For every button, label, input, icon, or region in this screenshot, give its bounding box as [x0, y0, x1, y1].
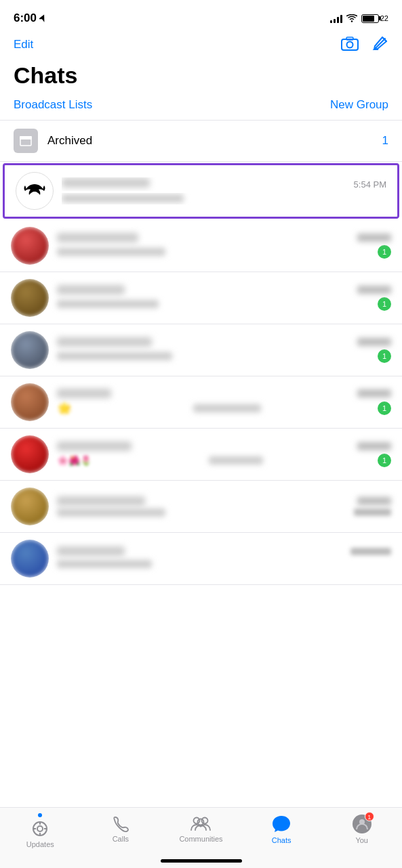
nav-label-updates: Updates: [26, 840, 54, 848]
blurred-name-6: [57, 496, 145, 506]
blurred-preview-3: [57, 352, 172, 360]
status-right-icons: 22: [330, 14, 388, 23]
updates-icon: [31, 820, 49, 838]
nav-label-communities: Communities: [179, 835, 222, 843]
svg-rect-5: [20, 136, 32, 139]
unread-badge-3: 1: [378, 349, 391, 363]
edit-button[interactable]: Edit: [14, 38, 33, 51]
time-display: 6:00: [14, 12, 37, 25]
header-actions: Edit: [0, 32, 402, 60]
status-bar: 6:00 22: [0, 0, 402, 32]
unread-badge-4: 1: [378, 402, 391, 415]
nav-item-you[interactable]: 1 You: [321, 815, 402, 844]
blurred-name-2: [57, 285, 125, 295]
compose-icon: [372, 35, 388, 51]
nav-item-chats[interactable]: Chats: [241, 815, 322, 844]
home-indicator: [161, 859, 242, 863]
batman-chat-content: 5:54 PM: [62, 177, 386, 204]
blurred-name: [62, 178, 150, 188]
chat-item-6[interactable]: [0, 481, 402, 533]
blurred-time-3: [357, 338, 391, 346]
chat-content-1: 1: [57, 233, 391, 259]
nav-item-communities[interactable]: Communities: [161, 815, 241, 843]
broadcast-lists-link[interactable]: Broadcast Lists: [14, 98, 92, 112]
avatar-7: [11, 540, 49, 578]
page-title: Chats: [0, 60, 402, 95]
chat-content-4: 🌟 1: [57, 389, 391, 416]
archive-icon: [20, 135, 32, 146]
batman-chat-preview: [62, 193, 386, 204]
chat-content-3: 1: [57, 337, 391, 363]
blurred-preview-4: [193, 404, 261, 412]
batman-name-row: 5:54 PM: [62, 177, 386, 191]
archived-icon: [14, 129, 38, 153]
location-arrow-icon: [39, 14, 46, 22]
nav-label-calls: Calls: [113, 835, 129, 843]
nav-item-updates[interactable]: Updates: [0, 815, 81, 848]
you-badge: 1: [365, 812, 374, 821]
blurred-time-2: [357, 286, 391, 294]
camera-button[interactable]: [341, 36, 359, 53]
avatar-5: [11, 435, 49, 473]
wifi-icon: [346, 14, 357, 22]
svg-point-0: [351, 20, 353, 22]
camera-icon: [341, 36, 359, 51]
chat-item-4[interactable]: 🌟 1: [0, 376, 402, 429]
battery-icon: 22: [361, 14, 388, 23]
blurred-time-1: [357, 234, 391, 242]
blurred-name-5: [57, 441, 132, 451]
avatar-6: [11, 487, 49, 525]
unread-badge-2: 1: [378, 297, 391, 311]
avatar-1: [11, 227, 49, 265]
chat-list: 1 1: [0, 220, 402, 585]
nav-item-calls[interactable]: Calls: [81, 815, 161, 843]
blurred-preview-2: [57, 300, 159, 308]
status-time: 6:00: [14, 12, 46, 25]
chats-icon: [271, 815, 292, 833]
chat-content-7: [57, 546, 391, 571]
svg-point-13: [194, 818, 200, 824]
blurred-preview-7: [57, 560, 152, 568]
blurred-preview: [62, 194, 184, 202]
batman-chat-name: [62, 177, 348, 191]
archived-row[interactable]: Archived 1: [0, 121, 402, 162]
avatar-2: [11, 279, 49, 317]
archived-count: 1: [382, 134, 388, 148]
blurred-time-7: [350, 548, 391, 555]
svg-rect-4: [20, 139, 31, 146]
chat-item-3[interactable]: 1: [0, 324, 402, 376]
blurred-time-6: [357, 497, 391, 505]
chat-content-5: 🌸🌺🌷 1: [57, 441, 391, 467]
time-label-6: [354, 508, 391, 517]
chat-content-6: [57, 496, 391, 517]
avatar-4: [11, 383, 49, 421]
chat-item-1[interactable]: 1: [0, 220, 402, 272]
nav-label-chats: Chats: [272, 836, 292, 844]
blurred-preview-5: [209, 456, 263, 464]
emoji-preview-4: 🌟: [57, 401, 72, 416]
svg-point-14: [202, 818, 208, 824]
nav-label-you: You: [355, 836, 368, 844]
chat-item-7[interactable]: [0, 533, 402, 585]
calls-icon: [112, 815, 129, 832]
battery-level: 22: [380, 14, 388, 22]
updates-dot: [38, 813, 42, 817]
svg-point-15: [198, 819, 204, 825]
blurred-time-5: [357, 442, 391, 450]
header-icons: [341, 35, 388, 54]
new-group-link[interactable]: New Group: [330, 98, 388, 112]
emoji-preview-5: 🌸🌺🌷: [57, 455, 92, 466]
chat-item-2[interactable]: 1: [0, 272, 402, 324]
chat-item-5[interactable]: 🌸🌺🌷 1: [0, 429, 402, 481]
batman-avatar: [16, 172, 54, 210]
you-avatar-container: 1: [353, 815, 371, 833]
svg-rect-1: [342, 39, 358, 50]
archived-label: Archived: [47, 134, 373, 148]
chat-item-batman[interactable]: 5:54 PM: [3, 163, 399, 219]
compose-button[interactable]: [372, 35, 388, 54]
communities-icon: [190, 815, 211, 832]
unread-badge-5: 1: [378, 454, 391, 467]
action-row: Broadcast Lists New Group: [0, 95, 402, 120]
blurred-name-3: [57, 337, 152, 347]
blurred-preview-1: [57, 248, 165, 256]
